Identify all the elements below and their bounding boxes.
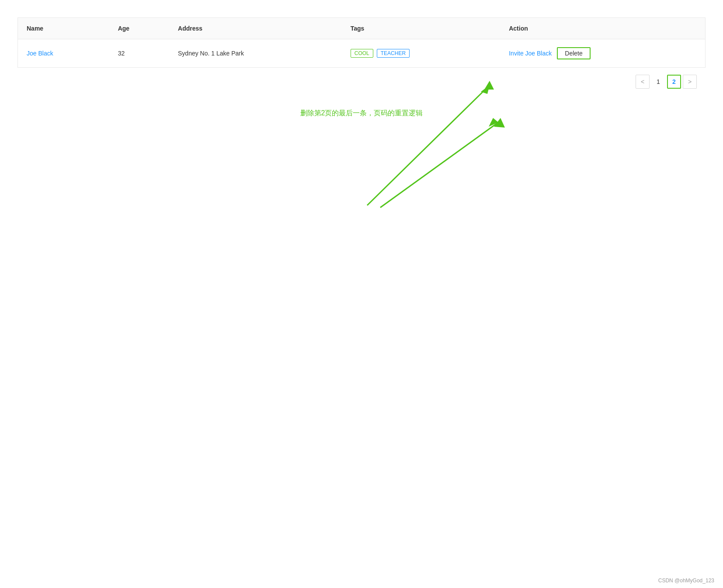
column-header-tags: Tags <box>342 18 500 39</box>
table-row: Joe Black 32 Sydney No. 1 Lake Park COOL… <box>18 39 706 68</box>
tag-teacher: TEACHER <box>377 49 410 58</box>
page-1: 1 <box>651 75 665 89</box>
page-2-button[interactable]: 2 <box>667 75 681 89</box>
prev-page-button[interactable]: < <box>636 75 650 89</box>
next-page-button[interactable]: > <box>683 75 697 89</box>
cell-age: 32 <box>109 39 169 68</box>
cell-address: Sydney No. 1 Lake Park <box>169 39 342 68</box>
column-header-address: Address <box>169 18 342 39</box>
footer-text: CSDN @ohMyGod_123 <box>658 578 714 584</box>
name-link[interactable]: Joe Black <box>27 50 53 57</box>
table-header-row: Name Age Address Tags Action <box>18 18 706 39</box>
delete-button[interactable]: Delete <box>557 47 590 59</box>
annotation-text: 删除第2页的最后一条，页码的重置逻辑 <box>17 104 706 122</box>
column-header-name: Name <box>18 18 109 39</box>
invite-link[interactable]: Invite Joe Black <box>509 50 552 57</box>
tag-cool: COOL <box>351 49 373 58</box>
cell-action: Invite Joe Black Delete <box>500 39 705 68</box>
cell-tags: COOL TEACHER <box>342 39 500 68</box>
cell-name: Joe Black <box>18 39 109 68</box>
column-header-action: Action <box>500 18 705 39</box>
svg-line-0 <box>367 85 490 205</box>
pagination: < 1 2 > <box>17 68 706 96</box>
column-header-age: Age <box>109 18 169 39</box>
svg-line-3 <box>380 122 498 208</box>
main-table: Name Age Address Tags Action Joe Black 3… <box>17 17 706 68</box>
